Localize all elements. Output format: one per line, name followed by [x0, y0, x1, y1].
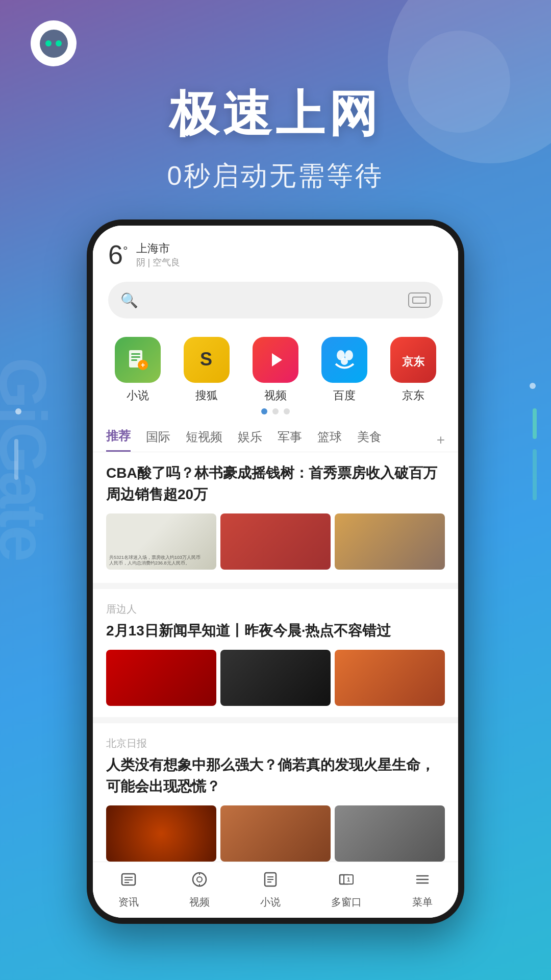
- news-images-1: 共5321名球迷入场，票房收入约103万人民币人民币，人均总消费约236.8元人…: [106, 513, 445, 570]
- svg-text:京东: 京东: [402, 355, 425, 368]
- section-sep-2: [93, 717, 458, 723]
- news-item-3[interactable]: 北京日报 人类没有想象中那么强大？倘若真的发现火星生命，可能会出现恐慌？: [93, 723, 458, 862]
- nav-menu[interactable]: 菜单: [412, 871, 433, 909]
- nav-menu-label: 菜单: [412, 895, 433, 909]
- nav-novel-icon: [262, 871, 279, 892]
- news-item-2[interactable]: 厝边人 2月13日新闻早知道丨昨夜今晨·热点不容错过: [93, 589, 458, 717]
- tab-international[interactable]: 国际: [146, 429, 170, 451]
- news-img-1a: 共5321名球迷入场，票房收入约103万人民币人民币，人均总消费约236.8元人…: [106, 513, 216, 570]
- news-img-3b: [220, 805, 331, 862]
- news-source-3: 北京日报: [106, 737, 445, 750]
- bar-decoration-right: [533, 408, 537, 439]
- news-title-1: CBA酸了吗？林书豪成摇钱树：首秀票房收入破百万 周边销售超20万: [106, 462, 445, 505]
- news-img-1c: [335, 513, 445, 570]
- news-img-3c: [335, 805, 445, 862]
- robot-eye-left: [45, 40, 52, 46]
- app-item-baidu[interactable]: 百度: [321, 337, 367, 403]
- nav-menu-icon: [414, 871, 431, 892]
- news-img-3a: [106, 805, 216, 862]
- svg-rect-2: [131, 356, 140, 358]
- tab-recommend[interactable]: 推荐: [106, 428, 131, 452]
- nav-news[interactable]: 资讯: [118, 871, 139, 909]
- dot-1: [261, 408, 267, 414]
- app-item-jd[interactable]: 京东 京东: [390, 337, 436, 403]
- svg-rect-1: [131, 353, 140, 355]
- tab-food[interactable]: 美食: [357, 429, 382, 451]
- tab-shortvideo[interactable]: 短视频: [186, 429, 222, 451]
- search-section: 🔍: [93, 277, 458, 329]
- svg-text:S: S: [200, 349, 212, 370]
- nav-multiwindow-icon: 1: [338, 871, 355, 892]
- news-img-1b: [220, 513, 331, 570]
- tab-entertainment[interactable]: 娱乐: [238, 429, 262, 451]
- dot-decoration-right: [530, 383, 536, 389]
- app-item-video[interactable]: 视频: [253, 337, 298, 403]
- nav-video[interactable]: 视频: [189, 871, 210, 909]
- app-icon-video: [253, 337, 298, 383]
- apps-grid: + 小说 S 搜狐: [93, 337, 458, 403]
- news-title-3: 人类没有想象中那么强大？倘若真的发现火星生命，可能会出现恐慌？: [106, 754, 445, 797]
- app-icon-jd: 京东: [390, 337, 436, 383]
- nav-novel[interactable]: 小说: [260, 871, 281, 909]
- app-label-baidu: 百度: [333, 388, 356, 403]
- svg-point-17: [197, 877, 202, 882]
- app-item-sohu[interactable]: S 搜狐: [184, 337, 230, 403]
- nav-multiwindow[interactable]: 1 多窗口: [331, 871, 362, 909]
- weather-city: 上海市: [136, 241, 181, 256]
- top-bar: 6° 上海市 阴 | 空气良: [93, 226, 458, 277]
- app-label-sohu: 搜狐: [195, 388, 218, 403]
- search-bar[interactable]: 🔍: [108, 282, 443, 318]
- watermark-text: GiGate: [0, 357, 61, 559]
- section-sep-1: [93, 583, 458, 589]
- dot-3: [284, 408, 290, 414]
- weather-desc: 阴 | 空气良: [136, 256, 181, 268]
- hero-title: 极速上网: [0, 82, 551, 148]
- robot-eye-right: [56, 40, 62, 46]
- apps-section: + 小说 S 搜狐: [93, 329, 458, 423]
- app-logo[interactable]: [31, 20, 77, 66]
- nav-video-icon: [191, 871, 208, 892]
- tab-military[interactable]: 军事: [278, 429, 302, 451]
- phone-screen: 6° 上海市 阴 | 空气良 🔍: [93, 226, 458, 918]
- bar-decoration-right-2: [533, 449, 537, 500]
- search-icon: 🔍: [120, 292, 138, 309]
- app-icon-sohu: S: [184, 337, 230, 383]
- weather-temp: 6°: [108, 241, 128, 268]
- app-label-jd: 京东: [402, 388, 424, 403]
- svg-point-10: [341, 358, 348, 365]
- svg-text:1: 1: [347, 876, 350, 883]
- svg-rect-3: [131, 359, 137, 361]
- app-label-novel: 小说: [127, 388, 149, 403]
- dot-2: [272, 408, 279, 414]
- news-item-1[interactable]: CBA酸了吗？林书豪成摇钱树：首秀票房收入破百万 周边销售超20万 共5321名…: [93, 452, 458, 583]
- phone-mockup: 6° 上海市 阴 | 空气良 🔍: [87, 219, 464, 924]
- news-images-2: [106, 650, 445, 706]
- phone-content: 6° 上海市 阴 | 空气良 🔍: [93, 226, 458, 862]
- tab-basketball[interactable]: 篮球: [317, 429, 342, 451]
- hero-section: 极速上网 0秒启动无需等待: [0, 82, 551, 194]
- app-item-novel[interactable]: + 小说: [115, 337, 161, 403]
- tab-add[interactable]: +: [437, 432, 445, 448]
- hero-subtitle: 0秒启动无需等待: [0, 158, 551, 194]
- news-title-2: 2月13日新闻早知道丨昨夜今晨·热点不容错过: [106, 620, 445, 642]
- search-tabs-icon[interactable]: [408, 292, 431, 308]
- svg-text:+: +: [141, 361, 145, 369]
- news-tabs: 推荐 国际 短视频 娱乐 军事 篮球 美食 +: [93, 423, 458, 452]
- nav-news-label: 资讯: [118, 895, 139, 909]
- nav-novel-label: 小说: [260, 895, 281, 909]
- news-img-2c: [335, 650, 445, 706]
- weather-info: 上海市 阴 | 空气良: [136, 241, 181, 268]
- nav-news-icon: [120, 871, 137, 892]
- app-icon-novel: +: [115, 337, 161, 383]
- news-images-3: [106, 805, 445, 862]
- nav-multiwindow-label: 多窗口: [331, 895, 362, 909]
- news-img-2b: [220, 650, 331, 706]
- app-icon-baidu: [321, 337, 367, 383]
- news-img-2a: [106, 650, 216, 706]
- news-source-2: 厝边人: [106, 602, 445, 616]
- svg-marker-7: [272, 353, 282, 366]
- nav-video-label: 视频: [189, 895, 210, 909]
- dots-indicator: [93, 403, 458, 418]
- app-label-video: 视频: [264, 388, 287, 403]
- robot-icon: [40, 30, 68, 58]
